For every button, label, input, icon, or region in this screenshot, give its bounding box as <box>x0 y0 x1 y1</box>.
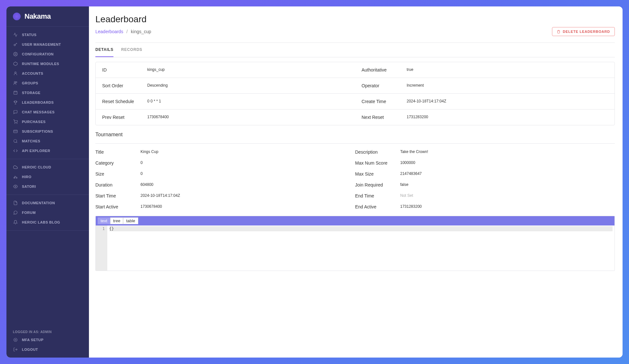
t-label-title: Title <box>95 149 140 155</box>
sidebar-item-forum[interactable]: Forum <box>6 208 89 217</box>
delete-leaderboard-button[interactable]: DELETE LEADERBOARD <box>552 27 615 36</box>
sidebar-item-status[interactable]: Status <box>6 30 89 40</box>
sidebar-item-configuration[interactable]: Configuration <box>6 49 89 59</box>
t-label-max-size: Max Size <box>355 171 400 177</box>
detail-value-create-time: 2024-10-18T14:17:04Z <box>407 99 608 104</box>
key-icon <box>13 42 18 47</box>
trash-icon <box>557 30 560 34</box>
svg-point-19 <box>14 338 17 342</box>
tournament-section-title: Tournament <box>95 132 615 141</box>
t-value-join-required: false <box>400 182 408 187</box>
t-value-description: Take the Crown! <box>400 149 428 155</box>
tournament-section: Tournament TitleKings Cup DescriptionTak… <box>95 132 615 271</box>
json-mode-tree[interactable]: tree <box>110 217 123 224</box>
json-mode-text[interactable]: text <box>98 217 110 224</box>
header-row: Leaderboards / kings_cup DELETE LEADERBO… <box>95 27 615 36</box>
svg-line-2 <box>16 43 17 44</box>
box-icon <box>13 90 18 95</box>
t-value-end-active: 1731283200 <box>400 204 422 209</box>
detail-label-id: ID <box>102 67 147 72</box>
sidebar-item-label: User Management <box>22 43 61 46</box>
t-label-end-time: End Time <box>355 193 400 198</box>
logged-in-label: Logged in as: admin <box>6 328 89 335</box>
sidebar-item-label: Leaderboards <box>22 101 54 104</box>
svg-point-18 <box>15 339 16 340</box>
t-value-start-time: 2024-10-18T14:17:04Z <box>140 193 180 198</box>
json-mode-table[interactable]: table <box>123 217 138 224</box>
sidebar-item-storage[interactable]: Storage <box>6 88 89 98</box>
sidebar-products-section: Heroic Cloud Hiro Satori <box>6 159 89 195</box>
sidebar-item-satori[interactable]: Satori <box>6 182 89 191</box>
sidebar-help-section: Documentation Forum Heroic Labs Blog <box>6 195 89 231</box>
sidebar-item-label: Status <box>22 33 36 37</box>
sidebar-item-runtime-modules[interactable]: Runtime Modules <box>6 59 89 69</box>
sidebar-item-hiro[interactable]: Hiro <box>6 172 89 182</box>
cart-icon <box>13 119 18 124</box>
detail-value-sort-order: Descending <box>147 83 349 88</box>
sidebar-item-accounts[interactable]: Accounts <box>6 69 89 78</box>
svg-point-9 <box>15 123 15 124</box>
svg-point-10 <box>17 123 17 124</box>
detail-value-id: kings_cup <box>147 67 349 72</box>
t-label-start-active: Start Active <box>95 204 140 209</box>
svg-point-3 <box>15 53 16 55</box>
activity-icon <box>13 32 18 37</box>
breadcrumb-current: kings_cup <box>131 29 151 34</box>
json-editor: text tree table 1 {} <box>95 216 615 271</box>
json-content-text: {} <box>109 226 613 231</box>
sidebar-item-subscriptions[interactable]: Subscriptions <box>6 127 89 136</box>
sidebar-item-label: Storage <box>22 91 41 95</box>
json-content[interactable]: {} <box>107 225 614 271</box>
t-value-start-active: 1730678400 <box>140 204 162 209</box>
sidebar-item-groups[interactable]: Groups <box>6 78 89 88</box>
json-line-number: 1 <box>102 226 105 231</box>
t-label-start-time: Start Time <box>95 193 140 198</box>
t-value-max-size: 2147483647 <box>400 171 422 177</box>
t-value-size: 0 <box>140 171 143 177</box>
sidebar-item-documentation[interactable]: Documentation <box>6 198 89 208</box>
app-container: Nakama Status User Management Configurat… <box>6 6 623 358</box>
breadcrumb: Leaderboards / kings_cup <box>95 29 151 34</box>
sidebar-item-label: Heroic Labs Blog <box>22 220 60 224</box>
sidebar-item-mfa-setup[interactable]: MFA Setup <box>6 335 89 345</box>
sidebar-item-blog[interactable]: Heroic Labs Blog <box>6 217 89 227</box>
json-editor-body[interactable]: 1 {} <box>96 225 614 271</box>
sidebar-item-chat-messages[interactable]: Chat Messages <box>6 107 89 117</box>
eye-icon <box>13 184 18 189</box>
card-icon <box>13 129 18 134</box>
t-value-category: 0 <box>140 160 143 166</box>
page-title: Leaderboard <box>95 14 615 24</box>
sidebar-item-label: Accounts <box>22 72 43 75</box>
tab-details[interactable]: DETAILS <box>95 43 113 57</box>
sidebar-item-label: Purchases <box>22 120 46 124</box>
sidebar-item-label: Forum <box>22 211 36 215</box>
detail-value-next-reset: 1731283200 <box>407 115 608 120</box>
sidebar-item-matches[interactable]: Matches <box>6 136 89 146</box>
tab-records[interactable]: RECORDS <box>121 43 142 57</box>
t-label-duration: Duration <box>95 182 140 187</box>
detail-value-reset-schedule: 0 0 * * 1 <box>147 99 349 104</box>
detail-value-operator: Increment <box>407 83 608 88</box>
t-value-max-num-score: 1000000 <box>400 160 415 166</box>
json-editor-toolbar: text tree table <box>96 216 614 225</box>
sidebar-item-user-management[interactable]: User Management <box>6 40 89 49</box>
sidebar-item-logout[interactable]: Logout <box>6 345 89 354</box>
detail-label-authoritative: Authoritative <box>362 67 407 72</box>
detail-value-prev-reset: 1730678400 <box>147 115 349 120</box>
sidebar-item-label: Satori <box>22 185 36 188</box>
sidebar: Nakama Status User Management Configurat… <box>6 6 89 358</box>
sidebar-item-leaderboards[interactable]: Leaderboards <box>6 98 89 107</box>
sidebar-item-purchases[interactable]: Purchases <box>6 117 89 127</box>
svg-rect-11 <box>14 130 17 133</box>
sidebar-item-label: Groups <box>22 81 38 85</box>
gear-icon <box>13 337 18 342</box>
t-value-end-time: Not Set <box>400 193 413 198</box>
breadcrumb-parent-link[interactable]: Leaderboards <box>95 29 123 34</box>
sidebar-item-heroic-cloud[interactable]: Heroic Cloud <box>6 162 89 172</box>
sidebar-item-label: Hiro <box>22 175 32 179</box>
logo-text: Nakama <box>24 12 51 21</box>
sidebar-item-label: API Explorer <box>22 149 50 153</box>
hex-icon <box>13 61 18 66</box>
svg-point-6 <box>14 81 16 83</box>
sidebar-item-api-explorer[interactable]: API Explorer <box>6 146 89 156</box>
